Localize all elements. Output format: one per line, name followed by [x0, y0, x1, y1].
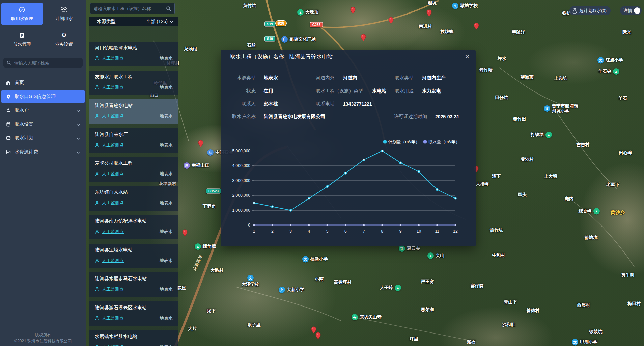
map-place-label: 龙颈根	[184, 46, 197, 52]
map-poi-marker[interactable]: 广高塘文化广场	[281, 36, 316, 43]
sidebar-item-intake-settings[interactable]: 取水设置	[1, 118, 85, 131]
toggle-knob[interactable]	[634, 7, 640, 14]
water-source-type: 地表水	[160, 315, 173, 321]
close-icon[interactable]: ✕	[465, 54, 470, 60]
map-poi-marker[interactable]: 文甲湖小学	[572, 339, 597, 345]
module-water-saving-management[interactable]: 节水管理	[1, 28, 43, 51]
map-poi-marker[interactable]: ▲人子嶂	[380, 285, 401, 291]
monitor-type-link[interactable]: 人工监测点	[102, 286, 124, 292]
station-search-input[interactable]	[94, 6, 166, 11]
map-poi-marker[interactable]: ▲螺角嶂	[195, 243, 216, 250]
person-icon	[95, 345, 100, 346]
road-badge: G235	[310, 22, 323, 27]
map-place-label: 望海顶	[521, 74, 534, 80]
detail-toggle[interactable]: 详情	[620, 6, 642, 15]
map-poi-marker[interactable]: 文大新小学	[279, 287, 304, 293]
map-place-label: 中和村	[492, 252, 505, 258]
station-name: 麦卡公司取水工程	[95, 160, 173, 166]
station-list-item[interactable]: 麦卡公司取水工程 人工监测点 地表水	[89, 157, 178, 182]
station-list-item[interactable]: 河口镇唱歌潭水电站 人工监测点 地表水	[89, 42, 178, 66]
poi-label: 高塘文化广场	[289, 37, 316, 42]
water-source-type: 地表水	[160, 286, 173, 292]
person-icon	[95, 143, 100, 148]
station-list-item[interactable]: 陆河县自来水厂 人工监测点 地表水	[89, 128, 178, 153]
sidebar-item-intake-plan[interactable]: 取水计划	[1, 132, 85, 144]
water-source-type: 地表水	[160, 142, 173, 148]
sidebar-item-water-users[interactable]: 取水户	[1, 104, 85, 117]
school-poi-icon: 文	[302, 256, 309, 262]
monitor-type-link[interactable]: 人工监测点	[102, 315, 124, 321]
water-source-type: 地表水	[160, 171, 173, 177]
mountain-poi-icon: ▲	[395, 285, 401, 291]
station-list-item[interactable]: 陆河县水唇走马石水电站 人工监测点 地表水	[89, 272, 178, 297]
module-label: 取用水管理	[11, 16, 33, 22]
intake-pin-marker[interactable]	[315, 332, 321, 341]
poi-label: 东坑尖山寺	[360, 315, 382, 320]
sidebar-item-water-billing[interactable]: 水资源计费	[1, 145, 85, 158]
map-poi-marker[interactable]: ▲打铁塘	[531, 132, 552, 138]
intake-pin-marker[interactable]	[388, 17, 394, 25]
sidebar-item-intake-gis[interactable]: 取水口GIS信息管理	[1, 90, 85, 103]
map-poi-marker[interactable]: ▲羊石尖	[598, 68, 619, 75]
station-list-item[interactable]: 友能水厂取水工程 人工监测点 地表水	[89, 71, 178, 95]
mountain-poi-icon: ▲	[613, 68, 619, 75]
poi-label: 螺角嶂	[203, 244, 216, 249]
station-list-item[interactable]: 陆河县青砼水电站 人工监测点 地表水	[89, 99, 178, 124]
station-list-item[interactable]: 陆河县激石溪老区水电站 人工监测点 地表水	[89, 301, 178, 326]
intake-pin-marker[interactable]	[361, 34, 366, 43]
module-business-settings[interactable]: ⚙ 业务设置	[43, 28, 85, 51]
intake-pin-marker[interactable]	[426, 9, 432, 18]
nav-label: 取水口GIS信息管理	[15, 94, 56, 100]
monitor-type-link[interactable]: 人工监测点	[102, 344, 124, 346]
station-list-item[interactable]: 陆河县南万镇杞洋水电站 人工监测点 地表水	[89, 215, 178, 239]
station-list-item[interactable]: 水唇镇水栏肚水电站 人工监测点 地表水	[89, 330, 178, 346]
station-list-item[interactable]: 东坑镇自来水站 人工监测点 地表水	[89, 186, 178, 211]
sidebar-nav: 首页 取水口GIS信息管理 取水户 取水设置 取水计划 水资源计费	[0, 76, 86, 158]
monitor-type-link[interactable]: 人工监测点	[102, 84, 124, 90]
map-poi-marker[interactable]: 文墩塘学校	[452, 3, 478, 9]
map-place-label: 西溪村	[577, 302, 590, 308]
map-poi-marker[interactable]: ▲烧香嶂	[579, 208, 600, 214]
monitor-type-link[interactable]: 人工监测点	[102, 171, 124, 177]
modal-header: 取水工程（设施）名称：陆河县青砼水电站 ✕	[221, 50, 476, 64]
station-search[interactable]	[90, 3, 175, 14]
station-name: 陆河县宝塔水电站	[95, 247, 173, 253]
mountain-poi-icon: ▲	[297, 9, 304, 16]
station-list-item[interactable]: 陆河县宝塔水电站 人工监测点 地表水	[89, 244, 178, 268]
map-poi-marker[interactable]: 庄幸福山庄	[184, 162, 209, 169]
sidebar-search[interactable]	[3, 58, 83, 68]
intake-pin-marker[interactable]	[474, 23, 479, 31]
monitor-type-link[interactable]: 人工监测点	[102, 55, 124, 61]
monitor-type-link[interactable]: 人工监测点	[102, 200, 124, 206]
map-poi-marker[interactable]: 文红旗小学	[597, 57, 623, 63]
person-icon	[95, 171, 100, 176]
search-icon	[7, 60, 11, 65]
intake-pin-marker[interactable]	[350, 7, 356, 15]
map-place-label: 善德村	[527, 308, 540, 314]
sidebar-item-home[interactable]: 首页	[1, 76, 85, 89]
intake-pin-marker[interactable]	[198, 140, 203, 149]
search-icon[interactable]	[166, 6, 171, 11]
map-poi-marker[interactable]: ▲天珠顶	[297, 9, 318, 16]
monitor-type-link[interactable]: 人工监测点	[102, 258, 124, 264]
person-icon	[95, 201, 100, 205]
school-poi-icon: 文	[572, 339, 578, 345]
map-poi-marker[interactable]: 文大溪学校	[242, 275, 259, 287]
svg-text:8: 8	[381, 229, 384, 234]
map-poi-marker[interactable]: ▲尖山	[427, 252, 444, 259]
monitor-type-link[interactable]: 人工监测点	[102, 229, 124, 235]
map-poi-marker[interactable]: 文福新小学	[302, 256, 328, 262]
filter-value[interactable]: 全部 (125)	[146, 19, 173, 25]
monitor-type-link[interactable]: 人工监测点	[102, 142, 124, 148]
monitor-type-link[interactable]: 人工监测点	[102, 113, 124, 119]
map-poi-marker[interactable]: 文普宁市船埔镇 河坑小学	[544, 104, 578, 114]
module-water-intake-management[interactable]: 取用水管理	[1, 3, 43, 25]
field-value: 水力发电	[422, 88, 441, 94]
overplan-intake-button[interactable]: 超计划取水(0)	[569, 6, 611, 15]
sidebar-search-input[interactable]	[14, 60, 79, 65]
station-name: 水唇镇水栏肚水电站	[95, 334, 173, 340]
module-planned-water-use[interactable]: 计划用水	[43, 3, 85, 25]
water-source-filter[interactable]: 水源类型 全部 (125)	[89, 17, 178, 26]
map-poi-marker[interactable]: 寺东坑尖山寺	[352, 314, 382, 320]
intake-pin-marker[interactable]	[182, 229, 188, 238]
